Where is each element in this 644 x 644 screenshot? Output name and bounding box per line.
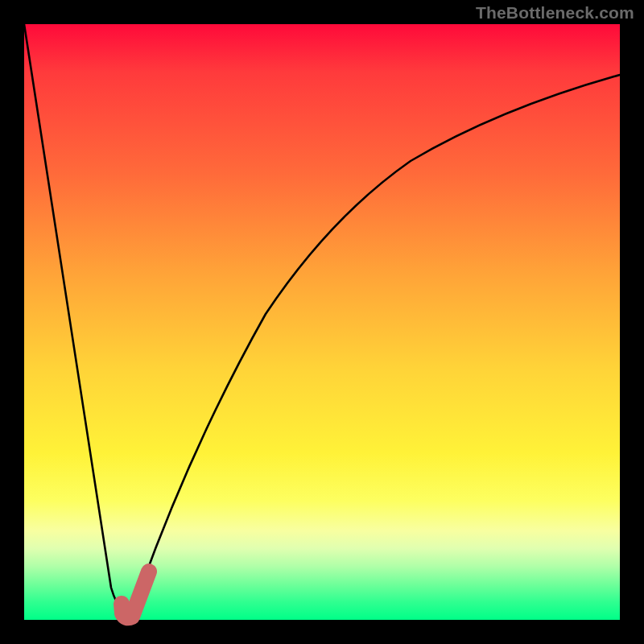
- watermark-text: TheBottleneck.com: [476, 3, 634, 23]
- chart-curves-svg: [24, 24, 620, 620]
- chart-frame: TheBottleneck.com: [0, 0, 644, 644]
- highlight-j: [122, 572, 149, 617]
- bottleneck-curve: [24, 24, 620, 611]
